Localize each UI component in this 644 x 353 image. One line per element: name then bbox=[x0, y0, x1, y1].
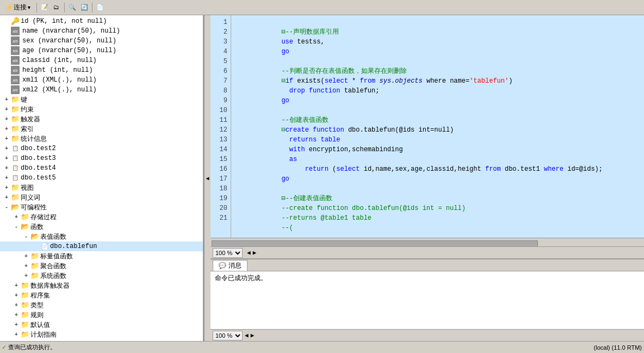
tab-messages[interactable]: 💬 消息 bbox=[213, 260, 247, 271]
expand-test3[interactable]: + bbox=[2, 154, 11, 163]
tree-item-keys[interactable]: + 📁 键 bbox=[0, 95, 203, 104]
triggers-label: 触发器 bbox=[21, 115, 40, 124]
expand-scalar-funcs[interactable]: + bbox=[22, 252, 30, 261]
key-icon: 🔑 bbox=[11, 17, 20, 26]
expand-triggers[interactable]: + bbox=[2, 115, 11, 123]
zoom-select[interactable]: 100 % 75 % 125 % bbox=[213, 248, 243, 258]
expand-rules[interactable]: + bbox=[12, 311, 21, 319]
expand-agg-funcs[interactable]: + bbox=[22, 262, 30, 270]
separator-3 bbox=[92, 3, 92, 13]
code-editor[interactable]: ⊟--声明数据库引用 use testss, go --判断是否存在表值函数，如… bbox=[231, 15, 644, 238]
expand-constraints[interactable]: + bbox=[2, 105, 11, 114]
tree-item-sex-col[interactable]: ab sex (nvarchar(50), null) bbox=[0, 36, 203, 46]
object-explorer-button[interactable]: 🗂 bbox=[51, 2, 62, 13]
col-str-icon: ab bbox=[11, 27, 20, 35]
expand-test2[interactable]: + bbox=[2, 144, 11, 153]
code-container[interactable]: 1 2 3 4 5 6 7 8 9 10 11 12 13 14 15 16 1 bbox=[210, 15, 644, 238]
expand-stats[interactable]: + bbox=[2, 134, 11, 143]
tree-item-test5[interactable]: + 📋 dbo.test5 bbox=[0, 173, 203, 183]
tree-item-test2[interactable]: + 📋 dbo.test2 bbox=[0, 144, 203, 153]
tree-item-tablefun[interactable]: 📄 dbo.tablefun bbox=[0, 241, 203, 251]
expand-programmability[interactable]: - bbox=[2, 203, 11, 212]
tree-item-id-col[interactable]: 🔑 id (PK, int, not null) bbox=[0, 16, 203, 26]
expand-plan-guides[interactable]: + bbox=[12, 330, 21, 339]
expand-db-triggers[interactable]: + bbox=[12, 281, 21, 290]
tree-area[interactable]: 🔑 id (PK, int, not null) ab name (nvarch… bbox=[0, 15, 203, 341]
results-nav-next[interactable]: ▶ bbox=[251, 332, 255, 339]
tree-item-triggers[interactable]: + 📁 触发器 bbox=[0, 114, 203, 124]
tree-item-assemblies[interactable]: + 📁 程序集 bbox=[0, 290, 203, 300]
expand-test5[interactable]: + bbox=[2, 174, 11, 182]
horizontal-scrollbar[interactable] bbox=[210, 238, 644, 246]
tree-item-xml2-col[interactable]: ab xml2 (XML(.), null) bbox=[0, 85, 203, 95]
tree-item-table-funcs[interactable]: - 📂 表值函数 bbox=[0, 232, 203, 241]
folder-icon-constraints: 📁 bbox=[11, 105, 20, 114]
connect-icon: ⚡ bbox=[5, 3, 14, 11]
results-nav-prev[interactable]: ◀ bbox=[245, 332, 249, 339]
expand-views[interactable]: + bbox=[2, 183, 11, 192]
tree-item-types[interactable]: + 📁 类型 bbox=[0, 300, 203, 310]
ln-9: 9 bbox=[210, 96, 231, 106]
expand-defaults[interactable]: + bbox=[12, 320, 21, 329]
tree-item-db-triggers[interactable]: + 📁 数据库触发器 bbox=[0, 281, 203, 290]
new-query-button[interactable]: 📝 bbox=[39, 2, 50, 13]
tree-item-stored-procs[interactable]: + 📁 存储过程 bbox=[0, 212, 203, 222]
code-line-1: ⊟--声明数据库引用 bbox=[234, 17, 641, 27]
script-button[interactable]: 📄 bbox=[95, 2, 106, 13]
tree-item-xml1-col[interactable]: ab xml1 (XML(.), null) bbox=[0, 75, 203, 85]
tree-item-plan-guides[interactable]: + 📁 计划指南 bbox=[0, 330, 203, 339]
tree-item-rules[interactable]: + 📁 规则 bbox=[0, 310, 203, 320]
expand-assemblies[interactable]: + bbox=[12, 291, 21, 300]
expand-synonyms[interactable]: + bbox=[2, 193, 11, 202]
tree-item-stats[interactable]: + 📁 统计信息 bbox=[0, 134, 203, 144]
refresh-button[interactable]: 🔄 bbox=[79, 2, 90, 13]
expand-functions[interactable]: - bbox=[12, 222, 21, 231]
expand-xml1 bbox=[2, 76, 11, 84]
col-int-icon: ab bbox=[11, 56, 20, 65]
ln-7: 7 bbox=[210, 76, 231, 86]
tree-item-height-col[interactable]: ab height (int, null) bbox=[0, 65, 203, 75]
expand-stored-procs[interactable]: + bbox=[12, 213, 21, 221]
tree-item-programmability[interactable]: - 📂 可编程性 bbox=[0, 202, 203, 212]
expand-sys-funcs[interactable]: + bbox=[22, 271, 30, 280]
code-line-5: --判断是否存在表值函数，如果存在则删除 bbox=[234, 57, 641, 66]
tree-item-synonyms[interactable]: + 📁 同义词 bbox=[0, 193, 203, 202]
tree-item-test4[interactable]: + 📋 dbo.test4 bbox=[0, 163, 203, 173]
connect-button[interactable]: ⚡ 连接 ▼ bbox=[2, 2, 34, 13]
xml2-col-label: xml2 (XML(.), null) bbox=[22, 86, 97, 94]
tree-item-name-col[interactable]: ab name (nvarchar(50), null) bbox=[0, 26, 203, 36]
filter-button[interactable]: 🔍 bbox=[67, 2, 78, 13]
expand-keys[interactable]: + bbox=[2, 95, 11, 104]
tree-item-classid-col[interactable]: ab classid (int, null) bbox=[0, 55, 203, 65]
tree-item-test3[interactable]: + 📋 dbo.test3 bbox=[0, 153, 203, 163]
name-col-label: name (nvarchar(50), null) bbox=[22, 27, 120, 35]
h-scroll-thumb[interactable] bbox=[212, 240, 538, 247]
programmability-label: 可编程性 bbox=[21, 203, 47, 212]
tree-item-agg-funcs[interactable]: + 📁 聚合函数 bbox=[0, 261, 203, 271]
tree-item-defaults[interactable]: + 📁 默认值 bbox=[0, 320, 203, 330]
tree-item-views[interactable]: + 📁 视图 bbox=[0, 183, 203, 193]
tree-item-age-col[interactable]: ab age (nvarchar(50), null) bbox=[0, 46, 203, 55]
panel-collapse-button[interactable]: ◀ bbox=[204, 15, 210, 341]
expand-indexes[interactable]: + bbox=[2, 125, 11, 133]
expand-test4[interactable]: + bbox=[2, 164, 11, 172]
tree-item-constraints[interactable]: + 📁 约束 bbox=[0, 104, 203, 114]
tree-item-scalar-funcs[interactable]: + 📁 标量值函数 bbox=[0, 251, 203, 261]
ln-13: 13 bbox=[210, 135, 231, 145]
status-bar: ✓ 查询已成功执行。 (local) (11.0 RTM) bbox=[0, 341, 644, 353]
expand-classid bbox=[2, 56, 11, 65]
tree-item-indexes[interactable]: + 📁 索引 bbox=[0, 124, 203, 134]
tree-item-sys-funcs[interactable]: + 📁 系统函数 bbox=[0, 271, 203, 281]
expand-types[interactable]: + bbox=[12, 301, 21, 309]
code-line-10: --创建表值函数 bbox=[234, 106, 641, 115]
nav-prev-button[interactable]: ◀ bbox=[247, 249, 251, 256]
results-tabs: 💬 消息 bbox=[210, 259, 644, 271]
nav-next-button[interactable]: ▶ bbox=[253, 249, 257, 256]
tree-item-functions[interactable]: - 📂 函数 bbox=[0, 222, 203, 232]
ln-20: 20 bbox=[210, 203, 231, 213]
results-zoom-select[interactable]: 100 % bbox=[213, 331, 243, 340]
expand-sex bbox=[2, 36, 11, 45]
connect-dropdown-icon[interactable]: ▼ bbox=[27, 5, 32, 10]
expand-table-funcs[interactable]: - bbox=[22, 232, 30, 241]
folder-icon-agg-funcs: 📁 bbox=[30, 262, 39, 270]
